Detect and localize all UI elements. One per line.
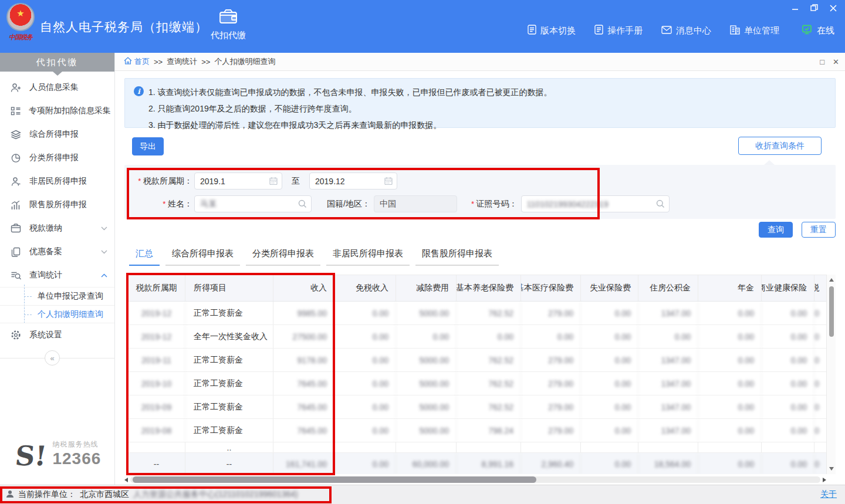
tab-restricted-stock[interactable]: 限售股所得申报表 [415,248,499,266]
table-cell: 5000.00 [396,302,457,324]
sidebar-item-preferential-filing[interactable]: 优惠备案 [0,240,114,263]
menu-message-center[interactable]: 消息中心 [661,25,711,36]
menu-unit-management[interactable]: 单位管理 [730,25,779,36]
collapse-query-button[interactable]: 收折查询条件 [738,137,822,155]
table-cell: 0.00 [581,395,638,418]
scroll-right-arrow[interactable] [823,478,826,482]
table-cell: 2,960.40 [521,453,581,474]
table-cell [762,442,814,452]
tab-classified-income[interactable]: 分类所得申报表 [246,248,320,266]
sidebar-item-nonresident-income[interactable]: 非居民所得申报 [0,170,114,193]
horizontal-scrollbar[interactable] [124,476,826,483]
table-row[interactable]: 2019-10正常工资薪金7645.000.005000.00762.52279… [128,372,826,395]
window-controls [792,4,837,12]
table-cell: 2019-11 [128,349,185,371]
sidebar-subitem-label: 个人扣缴明细查询 [38,309,103,320]
tab-comprehensive-income[interactable]: 综合所得申报表 [165,248,240,266]
breadcrumb-current: 个人扣缴明细查询 [214,56,275,67]
tab-withholding-label: 代扣代缴 [203,30,254,41]
panel-close-icon[interactable]: ✕ [833,57,839,66]
sidebar-item-classified-income[interactable]: 分类所得申报 [0,146,114,170]
breadcrumb-item: 查询统计 [167,56,197,67]
horizontal-scroll-thumb[interactable] [133,476,536,483]
breadcrumb-separator: >> [154,57,163,66]
status-bar: 当前操作单位：北京市西城区人力资源公共服务中心(1211010219960136… [0,485,845,504]
notice-line: 2. 只能查询2019年及之后的数据，不能进行跨年度查询。 [148,100,827,117]
reset-button[interactable]: 重置 [802,222,836,238]
tab-nonresident-income[interactable]: 非居民所得申报表 [326,248,410,266]
name-input[interactable]: 马某 [194,195,312,212]
sidebar-subitem-personal-withholding-query[interactable]: 个人扣缴明细查询 [0,305,114,323]
table-cell: 0.00 [581,349,638,371]
sidebar-collapse-button[interactable]: « [45,350,60,366]
table-cell: 0.00 [334,395,396,418]
sidebar-item-query-statistics[interactable]: 查询统计 [0,263,114,287]
period-to-input[interactable]: 2019.12 [309,172,397,190]
scroll-left-arrow[interactable] [124,478,128,482]
tree-connector [24,314,32,315]
scroll-up-arrow[interactable] [829,278,834,282]
table-cell: 正常工资薪金 [185,302,273,324]
name-label: 姓名： [124,199,192,209]
minimize-button[interactable] [792,5,799,12]
nationality-label: 国籍/地区： [327,199,370,209]
table-cell: 2019-12 [128,325,185,348]
scroll-down-arrow[interactable] [829,467,834,471]
id-number-input[interactable]: 110102199304222319 [521,195,670,212]
search-button[interactable]: 查询 [759,222,793,238]
sidebar-item-restricted-stock[interactable]: 限售股所得申报 [0,193,114,217]
period-label: 税款所属期： [124,176,192,187]
calendar-icon[interactable] [269,177,278,187]
column-header: 住房公积金 [638,275,698,301]
menu-label: 单位管理 [744,25,779,36]
sidebar-item-label: 系统设置 [29,330,107,340]
table-row[interactable]: 2019-12全年一次性奖金收入27500.000.000.000.000.00… [128,325,826,349]
calendar-icon[interactable] [384,177,393,187]
layers-icon [11,130,22,140]
panel-maximize-icon[interactable]: □ [820,57,824,66]
table-cell [128,442,185,452]
chevron-down-icon [101,226,107,231]
sidebar-item-comprehensive-income[interactable]: 综合所得申报 [0,123,114,146]
column-header: 基本医疗保险费 [521,275,581,301]
table-cell: 7645.00 [273,395,334,418]
search-icon[interactable] [656,199,665,210]
table-cell: 279.00 [521,302,581,324]
tab-withholding[interactable]: 代扣代缴 [203,8,254,41]
export-button[interactable]: 导出 [132,137,164,155]
sidebar-item-label: 人员信息采集 [29,82,107,93]
app-header: 中国税务 自然人电子税务局（扣缴端） 代扣代缴 版本切换 [0,0,845,53]
close-button[interactable] [830,5,837,12]
tab-summary[interactable]: 汇总 [129,248,160,266]
column-header: 税款所属期 [128,275,185,301]
table-cell: 27500.00 [273,325,334,348]
table-row[interactable]: 2019-09正常工资薪金7645.000.005000.00762.52279… [128,395,826,419]
table-row[interactable]: 2019-12正常工资薪金9985.000.005000.00762.52279… [128,302,826,325]
vertical-scrollbar[interactable] [826,275,836,474]
table-cell: 1347.00 [638,419,698,442]
menu-manual[interactable]: 操作手册 [594,25,643,36]
vertical-scroll-thumb[interactable] [829,286,834,337]
breadcrumb: 首页 >> 查询统计 >> 个人扣缴明细查询 [124,53,275,70]
online-status: 在线 [802,25,834,36]
table-row[interactable]: 2019-08正常工资薪金7645.000.005000.00798.24279… [128,419,826,442]
table-cell: 0.00 [521,325,581,348]
menu-version-switch[interactable]: 版本切换 [528,25,576,36]
sidebar-item-personnel-info[interactable]: 人员信息采集 [0,76,114,99]
sidebar-subitem-unit-declaration-query[interactable]: 单位申报记录查询 [0,287,114,305]
sidebar-item-system-settings[interactable]: 系统设置 [0,323,114,347]
table-cell: 8,991.16 [457,453,521,474]
table-cell: 762.52 [457,372,521,395]
breadcrumb-home[interactable]: 首页 [124,56,150,67]
search-icon[interactable] [298,199,307,210]
sidebar-item-tax-payment[interactable]: 税款缴纳 [0,217,114,240]
restore-button[interactable] [810,4,818,12]
home-icon [124,57,132,66]
table-cell: 0.00 [814,325,826,348]
sidebar-item-special-deduction[interactable]: 专项附加扣除信息采集 [0,99,114,123]
person-icon [11,177,22,187]
period-from-input[interactable]: 2019.1 [194,172,282,190]
table-cell: 279.00 [521,395,581,418]
about-link[interactable]: 关于 [820,489,837,500]
table-row[interactable]: 2019-11正常工资薪金9178.000.005000.00762.52279… [128,349,826,372]
